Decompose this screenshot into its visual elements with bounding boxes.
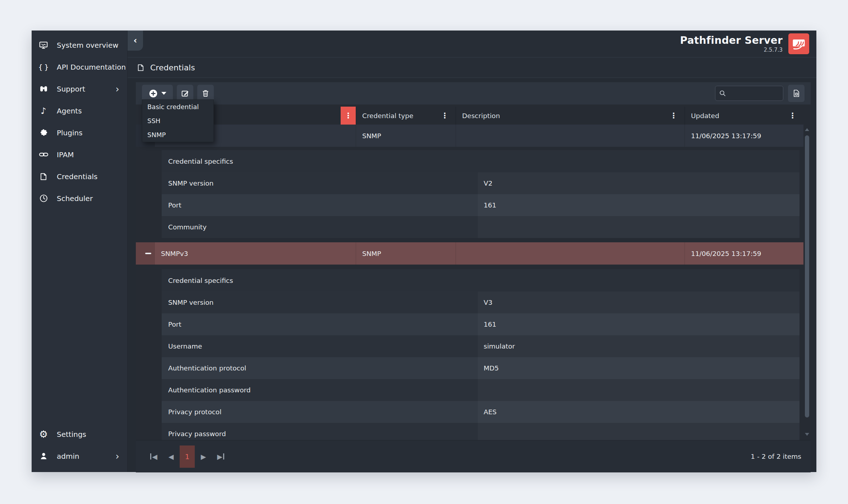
sidebar-item-agents[interactable]: ♪ Agents — [32, 100, 127, 122]
sidebar-item-ipam[interactable]: IPAM — [32, 144, 127, 165]
cell-name: SNMPv3 — [155, 242, 356, 265]
grid-header-row: ⋮ Credential type ⋮ Description ⋮ Update… — [136, 107, 811, 125]
search-box — [715, 86, 783, 101]
last-page-icon — [223, 453, 224, 459]
sidebar-item-label: admin — [57, 452, 79, 461]
plus-circle-icon — [148, 89, 158, 98]
sidebar-item-settings[interactable]: ⚙ Settings — [32, 423, 127, 445]
trash-icon — [201, 89, 210, 98]
spec-label: Authentication protocol — [162, 357, 478, 379]
sidebar-item-label: Agents — [57, 107, 82, 115]
grid-toolbar — [136, 82, 811, 104]
vertical-scrollbar — [803, 125, 811, 439]
sidebar-item-label: Settings — [57, 430, 86, 439]
cell-updated: 11/06/2025 13:17:59 — [685, 125, 803, 147]
header-credential-type-column[interactable]: Credential type ⋮ — [356, 107, 456, 125]
sidebar-item-label: Credentials — [57, 172, 97, 181]
specifics-title: Credential specifics — [162, 269, 799, 291]
table-row[interactable]: SNMP 11/06/2025 13:17:59 — [136, 125, 803, 147]
sidebar-collapse-button[interactable]: ‹ — [128, 31, 143, 51]
row-gap — [136, 238, 803, 242]
app-title: Pathfinder Server — [680, 34, 783, 46]
brand-block: Pathfinder Server 2.5.7.3 — [680, 34, 783, 53]
edit-icon — [181, 89, 190, 98]
spec-value: V3 — [478, 291, 799, 313]
link-icon — [38, 150, 49, 159]
last-page-button[interactable]: ▶ — [212, 445, 229, 468]
sidebar-item-api-documentation[interactable]: { } API Documentation — [32, 56, 127, 78]
column-menu-button-active[interactable]: ⋮ — [341, 107, 356, 125]
spec-value — [478, 216, 799, 238]
kebab-menu-icon: ⋮ — [345, 111, 352, 120]
sidebar-item-plugins[interactable]: Plugins — [32, 122, 127, 144]
menu-item-ssh[interactable]: SSH — [142, 114, 213, 128]
spec-value: 161 — [478, 313, 799, 335]
next-page-button[interactable]: ▶ — [195, 445, 212, 468]
scrollbar-thumb[interactable] — [805, 135, 809, 417]
main-area: ‹ Pathfinder Server 2.5.7.3 Cred — [128, 31, 816, 472]
specifics-row: SNMP version V3 — [162, 291, 799, 313]
first-page-icon — [150, 453, 151, 459]
cell-credential-type: SNMP — [356, 242, 456, 265]
table-row-selected[interactable]: SNMPv3 SNMP 11/06/2025 13:17:59 — [136, 242, 803, 265]
header-updated-column[interactable]: Updated ⋮ — [685, 107, 803, 125]
header-updated-label: Updated — [691, 112, 719, 120]
spec-value: V2 — [478, 172, 799, 194]
sidebar-item-label: API Documentation — [57, 63, 126, 71]
spec-label: Community — [162, 216, 478, 238]
specifics-row: Community — [162, 216, 799, 238]
spec-label: Privacy password — [162, 423, 478, 440]
menu-item-basic-credential[interactable]: Basic credential — [142, 100, 213, 114]
specifics-row: Authentication password — [162, 379, 799, 401]
app-header: Pathfinder Server 2.5.7.3 — [128, 31, 816, 57]
items-count: 1 - 2 of 2 items — [751, 453, 801, 460]
export-excel-icon — [792, 89, 801, 98]
clock-icon — [38, 194, 49, 203]
kebab-menu-icon[interactable]: ⋮ — [789, 112, 796, 120]
user-icon — [38, 452, 49, 461]
sidebar-item-admin[interactable]: admin › — [32, 445, 127, 467]
rows-container: SNMP 11/06/2025 13:17:59 Credential spec… — [136, 125, 803, 440]
kebab-menu-icon[interactable]: ⋮ — [670, 112, 677, 120]
first-page-button[interactable]: ◀ — [145, 445, 162, 468]
toolbar-right — [715, 85, 805, 102]
document-icon — [38, 172, 49, 181]
chevron-down-icon — [161, 92, 166, 95]
note-icon: ♪ — [38, 107, 49, 115]
braces-icon: { } — [38, 64, 49, 71]
sidebar-item-credentials[interactable]: Credentials — [32, 165, 127, 187]
cell-description — [456, 242, 685, 265]
sidebar-item-scheduler[interactable]: Scheduler — [32, 187, 127, 209]
document-icon — [137, 64, 145, 72]
export-excel-button[interactable] — [788, 85, 805, 102]
header-description-column[interactable]: Description ⋮ — [456, 107, 685, 125]
kebab-menu-icon[interactable]: ⋮ — [441, 112, 448, 120]
monitor-icon — [38, 41, 49, 50]
menu-item-snmp[interactable]: SNMP — [142, 128, 213, 142]
sidebar-item-support[interactable]: Support › — [32, 78, 127, 100]
page-title: Credentials — [150, 63, 195, 72]
search-icon — [719, 89, 727, 97]
scroll-down-arrow[interactable] — [805, 433, 809, 436]
content-area: ⋮ Credential type ⋮ Description ⋮ Update… — [128, 78, 816, 472]
spec-label: Username — [162, 335, 478, 357]
spec-label: Port — [162, 313, 478, 335]
sidebar-item-system-overview[interactable]: System overview — [32, 34, 127, 56]
spec-label: SNMP version — [162, 172, 478, 194]
spec-value — [478, 379, 799, 401]
current-page-button[interactable]: 1 — [180, 445, 195, 468]
specifics-row: Authentication protocol MD5 — [162, 357, 799, 379]
cell-updated: 11/06/2025 13:17:59 — [685, 242, 803, 265]
row-expander[interactable] — [136, 242, 155, 265]
gear-icon: ⚙ — [38, 429, 49, 439]
pagination-bar: ◀ ◀ 1 ▶ ▶ 1 - 2 of 2 items — [136, 440, 811, 472]
header-type-label: Credential type — [362, 112, 413, 120]
header-description-label: Description — [462, 112, 500, 120]
specifics-row: SNMP version V2 — [162, 172, 799, 194]
spec-value — [478, 423, 799, 440]
search-input[interactable] — [729, 89, 780, 98]
previous-page-button[interactable]: ◀ — [162, 445, 180, 468]
puzzle-icon — [38, 128, 49, 137]
chevron-left-icon: ‹ — [134, 36, 137, 46]
scroll-up-arrow[interactable] — [805, 128, 809, 131]
